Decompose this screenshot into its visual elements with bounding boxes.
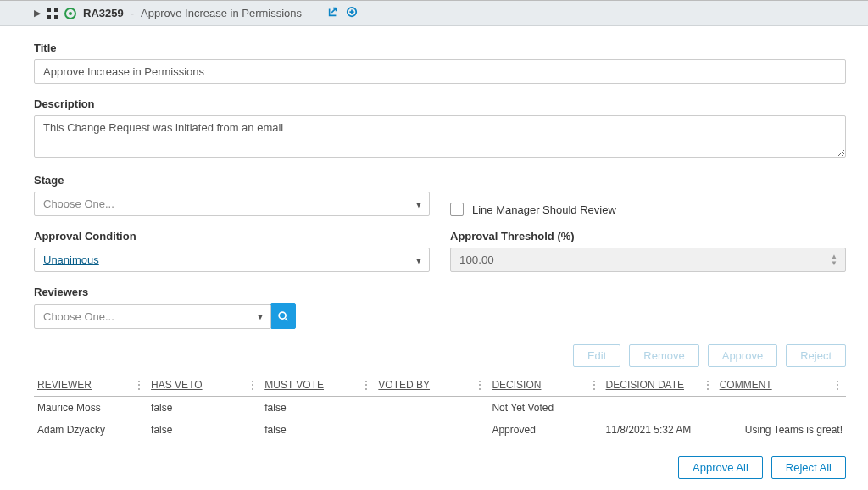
col-decision[interactable]: DECISION⋮ xyxy=(488,374,602,397)
approve-button[interactable]: Approve xyxy=(708,344,777,367)
column-menu-icon[interactable]: ⋮ xyxy=(703,379,713,391)
reject-all-button[interactable]: Reject All xyxy=(771,456,846,479)
col-must-vote[interactable]: MUST VOTE⋮ xyxy=(261,374,375,397)
column-menu-icon[interactable]: ⋮ xyxy=(134,379,144,391)
approve-all-button[interactable]: Approve All xyxy=(678,456,763,479)
line-manager-checkbox[interactable] xyxy=(450,203,464,216)
number-stepper[interactable]: ▲▼ xyxy=(831,250,843,270)
table-row[interactable]: Adam Dzyacky false false Approved 11/8/2… xyxy=(34,419,846,441)
table-row[interactable]: Maurice Moss false false Not Yet Voted xyxy=(34,397,846,420)
description-input[interactable]: This Change Request was initiated from a… xyxy=(34,115,846,158)
remove-button[interactable]: Remove xyxy=(629,344,698,367)
reject-button[interactable]: Reject xyxy=(786,344,846,367)
reviewers-label: Reviewers xyxy=(34,286,846,298)
svg-rect-1 xyxy=(54,8,58,12)
column-menu-icon[interactable]: ⋮ xyxy=(589,379,599,391)
target-icon xyxy=(64,8,76,19)
column-menu-icon[interactable]: ⋮ xyxy=(248,379,258,391)
col-comment[interactable]: COMMENT⋮ xyxy=(716,374,846,397)
title-label: Title xyxy=(34,42,846,54)
column-menu-icon[interactable]: ⋮ xyxy=(475,379,485,391)
reviewers-select[interactable]: Choose One... ▼ xyxy=(34,304,271,329)
edit-button[interactable]: Edit xyxy=(573,344,620,367)
add-icon[interactable] xyxy=(346,6,358,20)
reviewer-search-button[interactable] xyxy=(270,303,296,329)
approval-threshold-label: Approval Threshold (%) xyxy=(450,230,846,242)
svg-rect-0 xyxy=(47,8,51,12)
stage-select[interactable]: Choose One... ▼ xyxy=(34,192,430,216)
reviewers-table: REVIEWER⋮ HAS VETO⋮ MUST VOTE⋮ VOTED BY⋮… xyxy=(34,374,846,441)
approval-condition-select[interactable]: Unanimous ▼ xyxy=(34,248,430,272)
share-icon[interactable] xyxy=(327,6,339,20)
svg-rect-3 xyxy=(54,15,58,19)
column-menu-icon[interactable]: ⋮ xyxy=(832,379,843,391)
stage-label: Stage xyxy=(34,174,430,187)
record-header: ▶ RA3259 - Approve Increase in Permissio… xyxy=(0,1,868,26)
line-manager-label: Line Manager Should Review xyxy=(472,203,616,216)
record-title: Approve Increase in Permissions xyxy=(141,7,302,19)
collapse-caret-icon[interactable]: ▶ xyxy=(34,8,41,19)
description-label: Description xyxy=(34,97,846,110)
col-decision-date[interactable]: DECISION DATE⋮ xyxy=(603,374,716,397)
column-menu-icon[interactable]: ⋮ xyxy=(361,379,371,391)
col-has-veto[interactable]: HAS VETO⋮ xyxy=(147,374,261,397)
approval-threshold-input[interactable] xyxy=(450,248,846,272)
col-reviewer[interactable]: REVIEWER⋮ xyxy=(34,374,147,397)
approval-condition-label: Approval Condition xyxy=(34,230,430,242)
title-input[interactable] xyxy=(34,59,846,84)
svg-rect-2 xyxy=(47,15,51,19)
col-voted-by[interactable]: VOTED BY⋮ xyxy=(375,374,488,397)
record-id: RA3259 xyxy=(83,7,124,19)
qr-icon[interactable] xyxy=(47,8,58,19)
svg-point-5 xyxy=(279,312,286,319)
